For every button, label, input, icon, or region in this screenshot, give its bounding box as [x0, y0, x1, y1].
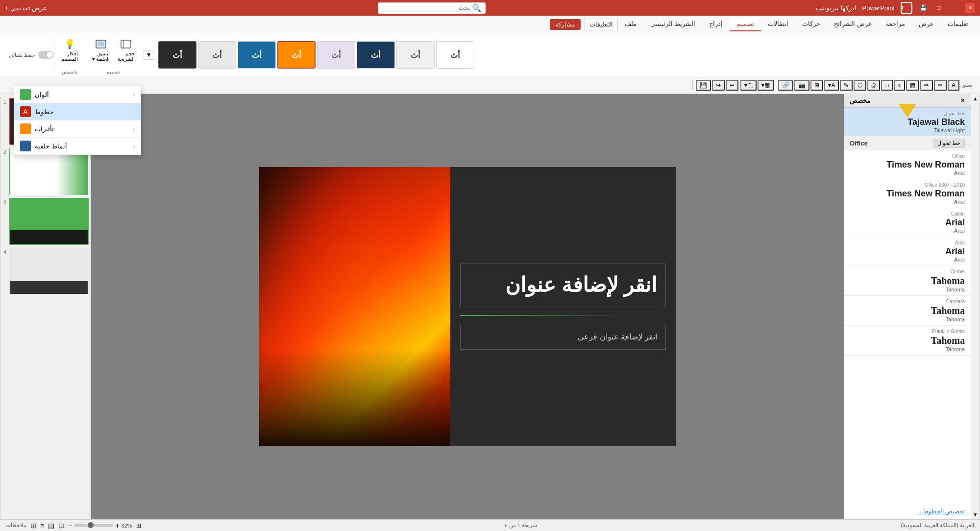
fmt-btn-4[interactable]: ▦: [906, 80, 919, 91]
font-item-franklin[interactable]: Franklin Gothic Tahoma Tahoma: [844, 326, 971, 356]
redo-button[interactable]: ↪: [712, 80, 725, 91]
font-panel-header-row: ‹ ألوان: [14, 86, 141, 103]
fmt-btn-14[interactable]: ▦▾: [758, 80, 774, 91]
fmt-btn-10[interactable]: A▾: [824, 80, 839, 91]
chevron-icon-colors: ‹: [133, 92, 135, 97]
undo-button[interactable]: ↩: [726, 80, 738, 91]
search-box[interactable]: 🔍: [378, 2, 486, 14]
theme-item-2[interactable]: أث: [198, 41, 236, 69]
tab-slideshow[interactable]: عرض الشرائح: [827, 17, 879, 31]
office-label: Office: [850, 140, 868, 147]
theme-item-6[interactable]: أث: [357, 41, 395, 69]
font-category-5: Candara: [850, 299, 965, 304]
slide-frame-4[interactable]: [9, 248, 89, 295]
theme-item-1[interactable]: أث: [158, 41, 196, 69]
font-item-calibri[interactable]: Calibri Arial Arial: [844, 208, 971, 237]
fmt-btn-13[interactable]: 🔗: [778, 80, 793, 91]
comments-button[interactable]: التعليقات: [585, 19, 618, 30]
zoom-handle[interactable]: [88, 522, 94, 528]
tab-transitions[interactable]: انتقالات: [761, 17, 795, 31]
slide-size-button[interactable]: حجمالشريحة: [115, 35, 138, 64]
tab-review[interactable]: مراجعة: [879, 17, 912, 31]
arrow-indicator: [899, 104, 916, 118]
app-icon: P: [901, 2, 912, 14]
fmt-btn-3[interactable]: ✏: [920, 80, 933, 91]
effects-icon: [20, 123, 31, 134]
zoom-level: 82%: [122, 523, 132, 529]
slide-canvas[interactable]: انقر لإضافة عنوان انقر لإضافة عنوان فرعي: [259, 167, 676, 446]
view-normal[interactable]: ⊞: [30, 522, 36, 530]
slide-num-2: 2: [3, 149, 6, 155]
tab-home[interactable]: الشريط الرئيسي: [643, 17, 703, 31]
panel-close-btn[interactable]: ✕: [960, 97, 965, 104]
view-slide[interactable]: ▤: [48, 522, 54, 530]
theme-label-6: أث: [371, 50, 380, 60]
font-panel-fonts-row[interactable]: ‹ خطوط A: [14, 103, 141, 121]
fmt-btn-12[interactable]: 📷: [794, 80, 809, 91]
themes-scroll-down[interactable]: ▼: [144, 50, 154, 60]
search-input[interactable]: [382, 4, 470, 11]
theme-item-5[interactable]: أث: [317, 41, 355, 69]
share-button[interactable]: مشاركة: [550, 19, 581, 30]
fmt-btn-11[interactable]: ⊞: [810, 80, 823, 91]
fmt-btn-9[interactable]: ✎: [840, 80, 853, 91]
fmt-btn-5[interactable]: ○: [894, 80, 905, 91]
autosave-toggle[interactable]: [38, 51, 54, 59]
tab-help[interactable]: تعليمات: [941, 17, 975, 31]
slide-count-label: شريحة ١ من ٤: [505, 522, 537, 529]
view-full[interactable]: ⊡: [58, 522, 64, 530]
slide-num-1: 1: [3, 99, 6, 105]
tab-insert[interactable]: إدراج: [702, 17, 730, 31]
fmt-btn-6[interactable]: □: [881, 80, 892, 91]
zoom-slider[interactable]: [74, 524, 113, 527]
tab-animations[interactable]: حركات: [795, 17, 827, 31]
font-panel-effects-row[interactable]: ‹ تأثيرات: [14, 121, 141, 138]
slide-thumb-4[interactable]: 4: [2, 248, 89, 295]
svg-point-7: [23, 126, 28, 131]
effects-label: تأثيرات: [35, 125, 54, 133]
theme-item-7[interactable]: أث: [396, 41, 435, 69]
font-item-arial[interactable]: Arial Arial Arial: [844, 237, 971, 266]
format-bg-icon: [94, 37, 108, 51]
zoom-out[interactable]: −: [68, 522, 72, 530]
tab-view[interactable]: عرض: [912, 17, 941, 31]
font-item-candara[interactable]: Candara Tahoma Tahoma: [844, 296, 971, 326]
tab-file[interactable]: ملف: [618, 17, 643, 31]
ribbon-tabs: مشاركة التعليقات ملف الشريط الرئيسي إدرا…: [0, 16, 980, 33]
font-item-office2007[interactable]: Office 2007 - 2010 Times New Roman Arial: [844, 179, 971, 208]
view-outline[interactable]: ≡: [40, 522, 44, 530]
slide-subtitle-box[interactable]: انقر لإضافة عنوان فرعي: [460, 324, 666, 350]
scroll-column: ▲ ▼: [971, 94, 980, 519]
format-bg-button[interactable]: تنسيقالخلفية ▾: [89, 35, 113, 64]
fit-slide[interactable]: ⊞: [136, 522, 141, 529]
fmt-btn-15[interactable]: ⬚▾: [740, 80, 757, 91]
notes-button[interactable]: ملاحظات: [6, 522, 26, 529]
customize-fonts-link[interactable]: تخصيص الخطوط...: [918, 508, 965, 515]
fmt-btn-8[interactable]: ⬡: [854, 80, 866, 91]
fmt-btn-2[interactable]: ✏: [934, 80, 947, 91]
slide-title-box[interactable]: انقر لإضافة عنوان: [460, 264, 666, 307]
font-customize-section: تخصيص الخطوط...: [844, 503, 971, 519]
office-font-btn[interactable]: خط تجوال: [933, 139, 965, 148]
slide-frame-3[interactable]: [9, 198, 89, 245]
maximize-button[interactable]: □: [934, 3, 944, 13]
zoom-in[interactable]: +: [115, 522, 119, 530]
minimize-button[interactable]: ─: [950, 3, 959, 13]
fmt-btn-7[interactable]: ◎: [867, 80, 880, 91]
scroll-down-btn[interactable]: ▼: [973, 512, 978, 517]
theme-item-8[interactable]: أث: [436, 41, 474, 69]
slide-thumb-3[interactable]: 3: [2, 198, 89, 245]
save-format-button[interactable]: 💾: [696, 80, 711, 91]
tab-design[interactable]: تصميم: [730, 17, 761, 31]
theme-item-3[interactable]: أث: [238, 41, 276, 69]
scroll-up[interactable]: ▲: [973, 96, 978, 101]
designer-button[interactable]: 💡 أفكارالمصمم: [58, 35, 81, 64]
font-panel-bg-row[interactable]: ‹ أنماط خلفية: [14, 138, 141, 155]
close-button[interactable]: ✕: [965, 3, 975, 13]
theme-item-4[interactable]: أث: [277, 41, 316, 69]
office-section-header: خط تجوال Office: [844, 137, 971, 150]
font-item-corbel[interactable]: Corbel Tahoma Tahoma: [844, 266, 971, 296]
font-item-office[interactable]: Office Times New Roman Arial: [844, 150, 971, 179]
save-button[interactable]: 💾: [918, 3, 928, 13]
fmt-btn-1[interactable]: A: [948, 80, 959, 91]
